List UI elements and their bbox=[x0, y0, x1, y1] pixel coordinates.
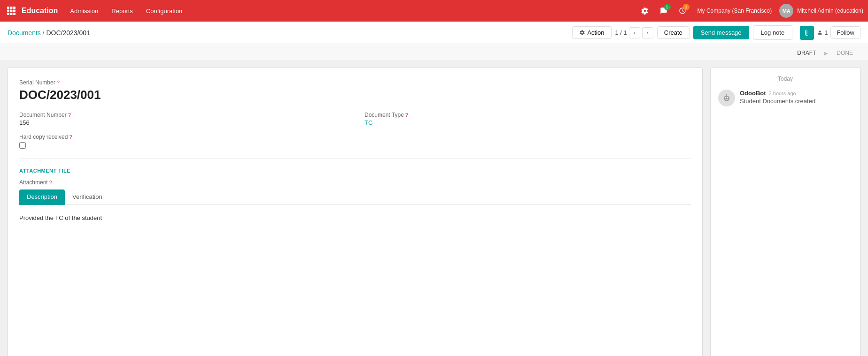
secbar-right: Action 1 / 1 ‹ › Create Send message Log… bbox=[572, 25, 860, 40]
topnav: Education Admission Reports Configuratio… bbox=[0, 0, 868, 22]
form-row-2: Hard copy received ? bbox=[19, 134, 691, 149]
tab-content-description: Provided the TC of the student bbox=[19, 212, 691, 223]
section-divider bbox=[19, 158, 691, 159]
statusbar: DRAFT ▶ DONE bbox=[0, 44, 868, 60]
svg-point-15 bbox=[726, 94, 727, 95]
prev-page-button[interactable]: ‹ bbox=[629, 27, 640, 38]
form-panel: Serial Number ? DOC/2023/001 Document Nu… bbox=[8, 68, 703, 356]
svg-point-11 bbox=[725, 97, 727, 98]
next-page-button[interactable]: › bbox=[642, 27, 653, 38]
tab-description[interactable]: Description bbox=[19, 189, 65, 205]
tab-verification[interactable]: Verification bbox=[65, 189, 110, 205]
svg-rect-5 bbox=[13, 10, 16, 12]
chat-badge: 5 bbox=[664, 4, 671, 10]
status-draft[interactable]: DRAFT bbox=[790, 48, 823, 58]
menu-configuration[interactable]: Configuration bbox=[140, 5, 188, 17]
chatter-entry: OdooBot 2 hours ago Student Documents cr… bbox=[718, 90, 852, 106]
odoobot-avatar bbox=[718, 90, 735, 106]
menu-admission[interactable]: Admission bbox=[64, 5, 104, 17]
hard-copy-checkbox[interactable] bbox=[19, 142, 26, 149]
breadcrumb: Documents / DOC/2023/001 bbox=[8, 29, 568, 37]
chatter-message: Student Documents created bbox=[740, 98, 852, 105]
svg-rect-6 bbox=[7, 13, 9, 15]
svg-rect-14 bbox=[726, 95, 727, 96]
doc-type-help: ? bbox=[405, 112, 408, 118]
svg-rect-4 bbox=[10, 10, 13, 12]
svg-rect-1 bbox=[10, 7, 13, 9]
description-text: Provided the TC of the student bbox=[19, 214, 102, 221]
secbar-icons: 1 Follow bbox=[800, 26, 860, 40]
serial-number-value: DOC/2023/001 bbox=[19, 88, 691, 102]
secondary-bar: Documents / DOC/2023/001 Action 1 / 1 ‹ … bbox=[0, 22, 868, 44]
company-name: My Company (San Francisco) bbox=[698, 8, 772, 14]
hard-copy-checkbox-wrapper bbox=[19, 142, 691, 149]
svg-rect-3 bbox=[7, 10, 9, 12]
apps-icon[interactable] bbox=[5, 4, 18, 17]
doc-type-value[interactable]: TC bbox=[364, 119, 691, 126]
doc-type-col: Document Type ? TC bbox=[364, 112, 691, 126]
chatter-header: OdooBot 2 hours ago bbox=[740, 90, 852, 97]
attachment-help: ? bbox=[49, 180, 52, 185]
svg-point-12 bbox=[727, 97, 728, 98]
doc-number-value: 156 bbox=[19, 119, 346, 126]
follow-button[interactable]: Follow bbox=[830, 26, 860, 39]
status-arrow: ▶ bbox=[824, 51, 828, 56]
log-note-button[interactable]: Log note bbox=[753, 25, 793, 40]
user-avatar[interactable]: MA bbox=[779, 4, 793, 18]
status-steps: DRAFT ▶ DONE bbox=[790, 48, 860, 58]
app-brand[interactable]: Education bbox=[22, 7, 58, 15]
svg-rect-2 bbox=[13, 7, 16, 9]
content-area: Serial Number ? DOC/2023/001 Document Nu… bbox=[0, 60, 868, 356]
settings-icon[interactable] bbox=[637, 3, 652, 18]
status-done[interactable]: DONE bbox=[829, 48, 860, 58]
create-button[interactable]: Create bbox=[657, 26, 690, 39]
chatter-body: OdooBot 2 hours ago Student Documents cr… bbox=[740, 90, 852, 106]
doc-number-col: Document Number ? 156 bbox=[19, 112, 346, 126]
chat-icon[interactable]: 5 bbox=[656, 3, 671, 18]
hard-copy-col: Hard copy received ? bbox=[19, 134, 691, 149]
activity-badge: 3 bbox=[683, 4, 690, 10]
follower-count: 1 bbox=[817, 29, 828, 36]
chatter-panel: Today OdooBot 2 hours ago Student bbox=[710, 68, 860, 356]
chatter-today: Today bbox=[718, 76, 852, 82]
attachment-label: Attachment ? bbox=[19, 179, 691, 186]
send-message-button[interactable]: Send message bbox=[693, 26, 749, 39]
action-button[interactable]: Action bbox=[572, 26, 611, 39]
serial-number-label: Serial Number ? bbox=[19, 79, 691, 86]
svg-rect-8 bbox=[13, 13, 16, 15]
hard-copy-help: ? bbox=[69, 134, 72, 140]
svg-point-10 bbox=[724, 96, 729, 101]
breadcrumb-current: DOC/2023/001 bbox=[46, 29, 90, 37]
pagination: 1 / 1 ‹ › bbox=[615, 27, 653, 38]
hard-copy-label: Hard copy received ? bbox=[19, 134, 691, 140]
activity-icon[interactable]: 3 bbox=[675, 3, 690, 18]
form-row-1: Document Number ? 156 Document Type ? TC bbox=[19, 112, 691, 126]
tabs: Description Verification bbox=[19, 189, 691, 205]
breadcrumb-separator: / bbox=[43, 29, 45, 36]
attachment-icon-button[interactable] bbox=[800, 26, 814, 40]
serial-number-help: ? bbox=[57, 80, 60, 85]
doc-number-label: Document Number ? bbox=[19, 112, 346, 118]
chatter-time: 2 hours ago bbox=[769, 91, 796, 96]
svg-rect-7 bbox=[10, 13, 13, 15]
svg-rect-13 bbox=[725, 99, 728, 99]
svg-rect-0 bbox=[7, 7, 9, 9]
user-name[interactable]: Mitchell Admin (education) bbox=[797, 8, 863, 14]
menu-reports[interactable]: Reports bbox=[106, 5, 139, 17]
attachment-file-title: ATTACHMENT FILE bbox=[19, 168, 691, 174]
doc-number-help: ? bbox=[68, 112, 71, 118]
breadcrumb-documents[interactable]: Documents bbox=[8, 29, 41, 37]
chatter-author: OdooBot bbox=[740, 90, 766, 97]
doc-type-label: Document Type ? bbox=[364, 112, 691, 118]
